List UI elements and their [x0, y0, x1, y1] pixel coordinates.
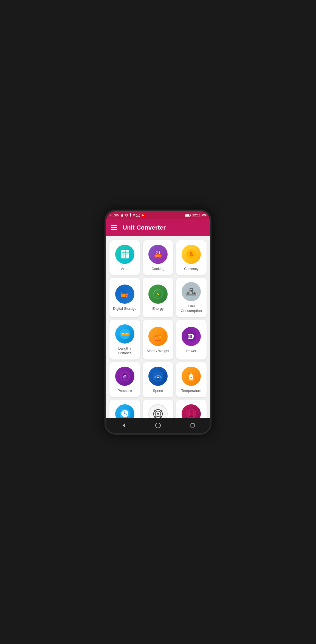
label-cooking: Cooking [151, 267, 165, 271]
phone-frame: No SIM M 12:11 PM Unit [105, 210, 211, 435]
status-left: No SIM M [109, 213, 145, 217]
card-temperature[interactable]: Temperature [176, 362, 207, 397]
svg-point-21 [158, 254, 159, 256]
main-content: Area [106, 236, 210, 418]
label-digital-storage: Digital Storage [113, 306, 136, 311]
svg-rect-60 [193, 335, 194, 338]
app-header: Unit Converter [106, 219, 210, 236]
svg-point-73 [153, 371, 163, 381]
card-time[interactable]: Time [109, 400, 140, 418]
icon-mass-weight [148, 327, 168, 346]
card-area[interactable]: Area [109, 240, 140, 275]
icon-currency: $ [182, 245, 201, 264]
status-right: 12:11 PM [185, 213, 207, 217]
svg-rect-63 [192, 335, 193, 338]
card-cooking[interactable]: Cooking [143, 240, 173, 275]
icon-speed [148, 367, 168, 386]
icon-length-distance [115, 324, 134, 344]
label-fuel-consumption: Fuel Consumption [178, 304, 204, 313]
icon-time [115, 404, 134, 418]
svg-point-98 [157, 413, 159, 415]
status-bar: No SIM M 12:11 PM [106, 211, 210, 219]
icon-area [115, 245, 134, 264]
icon-power [182, 327, 201, 346]
svg-marker-114 [123, 423, 125, 427]
svg-rect-10 [185, 214, 189, 216]
back-button[interactable] [118, 420, 129, 431]
card-fuel-consumption[interactable]: Fuel Consumption [176, 278, 207, 317]
label-area: Area [121, 267, 128, 271]
card-length-distance[interactable]: Length / Distance [109, 320, 140, 359]
icon-energy [148, 285, 168, 304]
card-pressure[interactable]: Pressure [109, 362, 140, 397]
svg-text:!: ! [126, 295, 127, 298]
svg-line-4 [138, 214, 140, 216]
svg-point-40 [187, 292, 189, 295]
card-speed[interactable]: Speed [143, 362, 173, 397]
label-currency: Currency [184, 267, 199, 271]
card-power[interactable]: Power [176, 320, 207, 359]
svg-point-20 [156, 255, 157, 256]
svg-point-87 [192, 372, 194, 375]
svg-point-57 [161, 337, 162, 338]
usb-icon [129, 213, 132, 217]
label-pressure: Pressure [118, 389, 132, 393]
label-energy: Energy [152, 306, 163, 311]
svg-rect-49 [155, 340, 161, 341]
battery-icon [185, 214, 191, 217]
svg-point-39 [190, 290, 192, 292]
message-icon [136, 214, 140, 217]
carrier-text: No SIM [109, 214, 120, 217]
svg-rect-62 [190, 335, 191, 338]
home-button[interactable] [153, 420, 163, 431]
label-speed: Speed [153, 389, 163, 393]
card-volume[interactable]: Volume [176, 400, 207, 418]
wifi-icon [125, 214, 128, 217]
svg-point-22 [157, 256, 158, 257]
icon-volume [182, 404, 201, 418]
icon-temperature [182, 367, 201, 386]
card-mass-weight[interactable]: Mass / Weight [143, 320, 173, 359]
svg-rect-12 [121, 250, 129, 258]
gmail-icon: M [133, 214, 135, 217]
icon-cooking [148, 245, 168, 264]
svg-rect-0 [121, 215, 123, 216]
svg-rect-11 [190, 214, 191, 216]
recent-apps-button[interactable] [187, 420, 198, 431]
svg-point-70 [124, 373, 126, 374]
svg-rect-116 [191, 423, 194, 427]
card-energy[interactable]: Energy [143, 278, 173, 317]
svg-rect-50 [158, 336, 158, 340]
icon-fuel [182, 282, 201, 301]
label-power: Power [186, 349, 196, 353]
label-mass-weight: Mass / Weight [147, 349, 169, 353]
svg-text:$: $ [190, 251, 193, 257]
youtube-icon [141, 214, 145, 217]
menu-button[interactable] [111, 225, 117, 230]
svg-point-29 [121, 292, 122, 293]
svg-rect-1 [130, 213, 131, 216]
label-temperature: Temperature [181, 389, 201, 393]
card-torque[interactable]: Torque [143, 400, 173, 418]
converter-grid: Area [109, 240, 207, 418]
svg-point-72 [126, 373, 127, 374]
svg-point-71 [123, 373, 124, 374]
svg-line-3 [136, 214, 138, 216]
icon-pressure [115, 367, 134, 386]
time-display: 12:11 PM [192, 213, 207, 217]
nav-bar [106, 418, 210, 433]
svg-rect-43 [121, 333, 129, 336]
svg-point-115 [156, 423, 160, 428]
card-digital-storage[interactable]: ! Digital Storage [109, 278, 140, 317]
label-length-distance: Length / Distance [112, 346, 138, 356]
svg-point-81 [156, 378, 160, 380]
svg-point-54 [155, 338, 156, 339]
card-currency[interactable]: $ Currency [176, 240, 207, 275]
lock-icon [120, 214, 124, 217]
icon-torque [148, 404, 168, 418]
svg-point-41 [193, 292, 196, 294]
icon-digital-storage: ! [115, 285, 134, 304]
svg-rect-61 [189, 335, 190, 338]
app-title: Unit Converter [123, 224, 166, 231]
